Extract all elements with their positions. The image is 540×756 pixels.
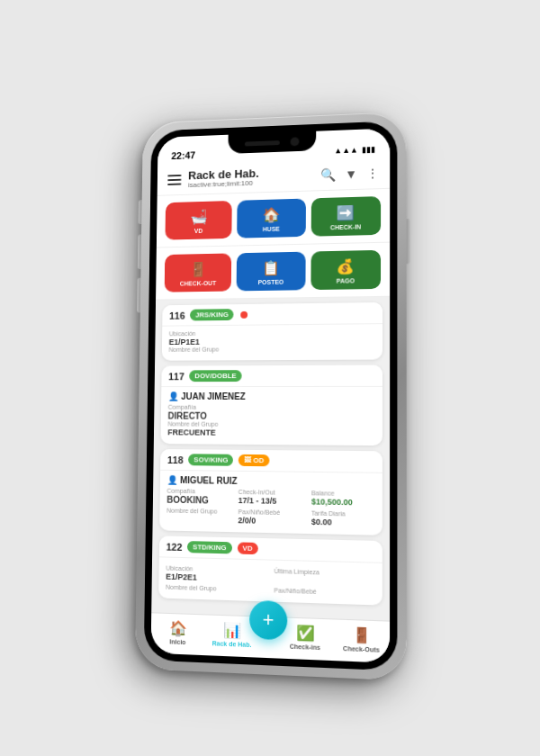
badge-jrs-king: JRS/KING xyxy=(190,309,233,320)
guest-name-118: 👤 MIGUEL RUIZ xyxy=(167,475,375,488)
nav-inicio[interactable]: 🏠 Inicio xyxy=(151,618,205,646)
header-title-block: Rack de Hab. isactive:true;limit:100 xyxy=(188,166,259,189)
status-dot-116 xyxy=(240,310,248,318)
fab-icon: + xyxy=(263,609,274,630)
room-row2-122: Nombre del Grupo Pax/Niño/Bebé xyxy=(166,584,374,598)
room-card-122[interactable]: 122 STD/KING VD Ubicación E1/P2E1 xyxy=(158,536,382,605)
mute-button xyxy=(138,200,141,224)
status-icons: ▲▲▲ ▮▮▮ xyxy=(334,145,375,156)
checkinout-value-118: 17/1 - 13/5 xyxy=(238,496,301,506)
room-card-117[interactable]: 117 DOV/DOBLE 👤 JUAN JIMENEZ Compañía DI… xyxy=(161,365,382,446)
phone-mockup: 22:47 ▲▲▲ ▮▮▮ Rack de Hab. isacti xyxy=(135,112,407,681)
quick-actions-row1: 🛁 VD 🏠 HUSE ➡️ CHECK-IN xyxy=(157,189,390,248)
fab-button[interactable]: + xyxy=(249,600,287,641)
nav-checkouts[interactable]: 🚪 Check-Outs xyxy=(333,626,390,654)
grupo-label-117: Nombre del Grupo xyxy=(167,420,374,428)
company-col-118: Compañía BOOKING xyxy=(166,488,228,506)
room-body-122: Ubicación E1/P2E1 Última Limpieza Nombre… xyxy=(158,556,382,605)
room-header-117: 117 DOV/DOBLE xyxy=(161,365,382,387)
guest-icon-118: 👤 xyxy=(167,475,178,485)
search-icon[interactable]: 🔍 xyxy=(320,167,336,182)
checkin-button[interactable]: ➡️ CHECK-IN xyxy=(310,196,381,237)
limpieza-label-122: Última Limpieza xyxy=(274,568,375,577)
room-header-118: 118 SOV/KING 🖼 OD xyxy=(160,449,382,472)
huse-icon: 🏠 xyxy=(263,206,281,223)
rack-icon: 📊 xyxy=(223,621,241,639)
more-icon[interactable]: ⋮ xyxy=(366,166,379,180)
checkins-icon: ✅ xyxy=(296,624,314,642)
room-card-118[interactable]: 118 SOV/KING 🖼 OD 👤 MIGUEL RUIZ xyxy=(159,449,382,536)
checkin-label: CHECK-IN xyxy=(330,223,361,230)
tarifa-label-118: Tarifa Diaria xyxy=(311,510,375,518)
vd-label: VD xyxy=(194,228,202,234)
quick-actions-row2: 🚪 CHECK-OUT 📋 POSTEO 💰 PAGO xyxy=(156,243,390,301)
posteo-icon: 📋 xyxy=(262,259,280,276)
balance-value-118: $10,500.00 xyxy=(311,497,375,507)
filter-icon[interactable]: ▼ xyxy=(345,166,357,181)
wifi-icon: ▲▲▲ xyxy=(334,146,358,156)
header-right: 🔍 ▼ ⋮ xyxy=(320,166,379,182)
inicio-icon: 🏠 xyxy=(169,619,187,637)
room-number-117: 117 xyxy=(168,371,184,382)
room-card-116[interactable]: 116 JRS/KING Ubicación E1/P1E1 Nombre de… xyxy=(162,302,382,361)
app-subtitle: isactive:true;limit:100 xyxy=(188,180,259,189)
posteo-label: POSTEO xyxy=(258,279,284,285)
vd-icon: 🛁 xyxy=(190,209,207,226)
status-time: 22:47 xyxy=(171,150,195,161)
header-left: Rack de Hab. isactive:true;limit:100 xyxy=(167,166,259,190)
vd-button[interactable]: 🛁 VD xyxy=(165,201,232,240)
room-number-116: 116 xyxy=(169,310,185,320)
tarifa-value-118: $0.00 xyxy=(311,518,375,528)
ubicacion-col-122: Ubicación E1/P2E1 xyxy=(166,565,263,584)
badge-sov-king: SOV/KING xyxy=(188,454,233,466)
inicio-label: Inicio xyxy=(169,638,185,645)
nav-rack[interactable]: 📊 Rack de Hab. xyxy=(204,620,259,648)
nav-checkins[interactable]: ✅ Check-ins xyxy=(277,623,333,651)
room-number-122: 122 xyxy=(166,541,183,552)
speaker xyxy=(245,140,280,146)
bottom-nav: 🏠 Inicio 📊 Rack de Hab. + ✅ Check-ins xyxy=(151,612,390,662)
room-list: 116 JRS/KING Ubicación E1/P1E1 Nombre de… xyxy=(151,297,390,621)
volume-down-button xyxy=(137,278,140,313)
volume-up-button xyxy=(138,235,141,270)
battery-icon: ▮▮▮ xyxy=(362,145,375,154)
room-number-118: 118 xyxy=(167,454,184,465)
company-value-118: BOOKING xyxy=(166,495,228,506)
room-row2-118: Nombre del Grupo Pax/Niño/Bebé 2/0/0 Tar… xyxy=(166,508,375,528)
pax-value-118: 2/0/0 xyxy=(238,516,300,526)
hamburger-menu[interactable] xyxy=(167,174,181,184)
grupo-value-117: FRECUENTE xyxy=(167,428,374,438)
camera xyxy=(291,137,300,146)
pago-button[interactable]: 💰 PAGO xyxy=(310,250,381,290)
pago-icon: 💰 xyxy=(337,257,355,274)
checkouts-icon: 🚪 xyxy=(352,626,371,644)
limpieza-col-122: Última Limpieza xyxy=(274,568,374,588)
ubicacion-label-116: Ubicación xyxy=(169,328,375,337)
balance-label-118: Balance xyxy=(311,490,375,497)
balance-col-118: Balance $10,500.00 xyxy=(311,490,375,508)
huse-button[interactable]: 🏠 HUSE xyxy=(237,199,305,238)
grupo-col-122: Nombre del Grupo xyxy=(166,584,263,594)
checkin-icon: ➡️ xyxy=(337,204,355,221)
pax-label-118: Pax/Niño/Bebé xyxy=(238,508,301,516)
pago-label: PAGO xyxy=(337,277,355,284)
grupo-label-116: Nombre del Grupo xyxy=(169,345,375,352)
checkout-icon: 🚪 xyxy=(189,261,206,278)
notch xyxy=(228,131,316,154)
posteo-button[interactable]: 📋 POSTEO xyxy=(237,252,305,292)
grupo-col-118: Nombre del Grupo xyxy=(166,508,228,525)
grupo-label-118: Nombre del Grupo xyxy=(166,508,228,515)
room-header-116: 116 JRS/KING xyxy=(162,302,382,326)
checkout-label: CHECK-OUT xyxy=(180,280,216,287)
pax-col-122: Pax/Niño/Bebé xyxy=(274,587,374,598)
checkout-button[interactable]: 🚪 CHECK-OUT xyxy=(165,253,232,292)
phone-screen: 22:47 ▲▲▲ ▮▮▮ Rack de Hab. isacti xyxy=(151,128,391,662)
guest-name-117: 👤 JUAN JIMENEZ xyxy=(168,392,375,401)
phone-outer: 22:47 ▲▲▲ ▮▮▮ Rack de Hab. isacti xyxy=(135,112,407,681)
checkouts-label: Check-Outs xyxy=(343,645,380,653)
tarifa-col-118: Tarifa Diaria $0.00 xyxy=(311,510,375,528)
company-label-117: Compañía xyxy=(168,404,375,411)
badge-std-king: STD/KING xyxy=(187,541,231,554)
room-body-116: Ubicación E1/P1E1 Nombre del Grupo xyxy=(162,323,382,361)
phone-inner: 22:47 ▲▲▲ ▮▮▮ Rack de Hab. isacti xyxy=(144,121,398,670)
